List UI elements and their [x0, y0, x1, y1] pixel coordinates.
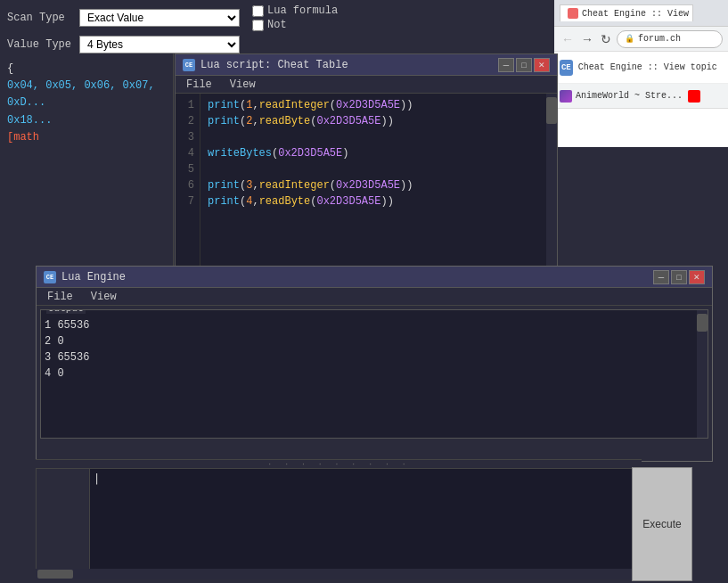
code-line-5: [208, 161, 539, 177]
value-type-select[interactable]: 4 Bytes: [79, 36, 240, 53]
lua-script-titlebar: CE Lua script: Cheat Table ─ □ ✕: [176, 54, 557, 76]
lua-script-window: CE Lua script: Cheat Table ─ □ ✕ File Vi…: [175, 53, 558, 276]
youtube-icon: [688, 90, 700, 103]
lua-engine-icon: CE: [44, 271, 56, 283]
left-line1: {: [7, 61, 166, 78]
lua-formula-row: Lua formula: [252, 4, 338, 17]
youtube-bookmark[interactable]: [688, 90, 700, 103]
lua-formula-label: Lua formula: [267, 4, 338, 17]
animeworld-icon: [560, 90, 572, 103]
lua-engine-close-btn[interactable]: ✕: [689, 270, 705, 284]
browser-tab-bar: Cheat Engine :: View topic - S...: [554, 0, 728, 27]
browser-tab-title: Cheat Engine :: View topic - S...: [582, 9, 693, 19]
browser-nav-bar: ← → ↻ 🔒 forum.ch: [554, 27, 728, 52]
back-button[interactable]: ←: [560, 33, 576, 45]
lua-engine-min-btn[interactable]: ─: [653, 270, 669, 284]
not-row: Not: [252, 19, 338, 31]
lua-engine-title: Lua Engine: [61, 271, 648, 283]
output-label: Output: [46, 309, 86, 314]
script-input[interactable]: |: [90, 469, 643, 579]
reload-button[interactable]: ↻: [599, 33, 613, 45]
left-panel: { 0x04, 0x05, 0x06, 0x07, 0xD... 0x18...…: [0, 53, 174, 267]
lua-script-title: Lua script: Cheat Table: [200, 59, 493, 71]
code-line-2: print(2,readByte(0x2D3D5A5E)): [208, 113, 539, 129]
divider-area: · · · · · · · · ·: [36, 459, 642, 468]
address-text: forum.ch: [638, 34, 681, 44]
code-content[interactable]: print(1,readInteger(0x2D3D5A5E)) print(2…: [200, 94, 546, 275]
code-line-6: print(3,readInteger(0x2D3D5A5E)): [208, 177, 539, 193]
lua-engine-max-btn[interactable]: □: [671, 270, 687, 284]
output-line-1: 1 65536: [45, 317, 704, 333]
line-numbers: 1 2 3 4 5 6 7: [176, 94, 200, 275]
lua-engine-window: CE Lua Engine ─ □ ✕ File View Output 1 6…: [36, 266, 713, 462]
code-line-7: print(4,readByte(0x2D3D5A5E)): [208, 193, 539, 209]
lua-script-controls: ─ □ ✕: [498, 58, 550, 72]
lua-script-menu-file[interactable]: File: [183, 78, 216, 91]
code-line-3: [208, 129, 539, 145]
code-editor: 1 2 3 4 5 6 7 print(1,readInteger(0x2D3D…: [176, 94, 557, 275]
checkbox-area: Lua formula Not: [252, 4, 338, 31]
bottom-hscrollbar-thumb: [37, 570, 73, 579]
divider-dots: · · · · · · · · ·: [267, 460, 410, 469]
bottom-input-area: |: [36, 468, 655, 579]
lua-script-menu-view[interactable]: View: [226, 78, 259, 91]
bottom-input-row: |: [37, 469, 654, 579]
left-extra: [math: [7, 129, 166, 146]
output-scrollbar-thumb: [697, 314, 708, 332]
browser-page-title: Cheat Engine :: View topic - S...: [578, 62, 723, 72]
lua-formula-checkbox[interactable]: [252, 5, 264, 17]
value-type-label: Value Type: [7, 38, 74, 51]
lua-script-icon: CE: [183, 59, 195, 71]
value-type-row: Value Type 4 Bytes: [7, 36, 545, 53]
lua-script-menubar: File View: [176, 76, 557, 94]
code-line-1: print(1,readInteger(0x2D3D5A5E)): [208, 97, 539, 113]
output-line-3: 3 65536: [45, 349, 704, 365]
ce-tab-icon: [568, 8, 578, 19]
ce-browser-icon: CE: [560, 60, 573, 76]
scan-type-row: Scan Type Exact Value Lua formula Not: [7, 4, 545, 31]
execute-button-label: Execute: [642, 518, 681, 530]
bottom-hscrollbar[interactable]: [36, 569, 655, 579]
output-scrollbar[interactable]: [697, 310, 708, 438]
output-line-2: 2 0: [45, 333, 704, 349]
scan-type-label: Scan Type: [7, 12, 74, 24]
browser-bookmark-bar: AnimeWorld ~ Stre...: [554, 84, 728, 109]
browser-content-header: CE Cheat Engine :: View topic - S...: [554, 52, 728, 84]
lua-engine-menu-file[interactable]: File: [44, 291, 77, 303]
browser-window: Cheat Engine :: View topic - S... ← → ↻ …: [554, 0, 728, 147]
left-line3: 0xD...: [7, 94, 166, 111]
editor-scrollbar-thumb: [546, 97, 557, 124]
not-label: Not: [267, 19, 287, 31]
left-panel-text: { 0x04, 0x05, 0x06, 0x07, 0xD... 0x18...…: [0, 53, 173, 153]
line-gutter: [37, 469, 90, 579]
address-bar[interactable]: 🔒 forum.ch: [617, 30, 723, 48]
lua-script-max-btn[interactable]: □: [516, 58, 532, 72]
lua-engine-menu-view[interactable]: View: [87, 291, 120, 303]
editor-scrollbar[interactable]: [546, 94, 557, 275]
lua-engine-titlebar: CE Lua Engine ─ □ ✕: [37, 267, 712, 288]
lua-script-min-btn[interactable]: ─: [498, 58, 514, 72]
lua-engine-menubar: File View: [37, 288, 712, 306]
forward-button[interactable]: →: [579, 33, 595, 45]
lua-script-close-btn[interactable]: ✕: [534, 58, 550, 72]
output-content: 1 65536 2 0 3 65536 4 0: [41, 310, 708, 385]
scan-area: Scan Type Exact Value Lua formula Not Va…: [0, 0, 552, 53]
browser-tab[interactable]: Cheat Engine :: View topic - S...: [560, 4, 693, 21]
lua-engine-controls: ─ □ ✕: [653, 270, 705, 284]
output-line-4: 4 0: [45, 365, 704, 382]
animeworld-label: AnimeWorld ~ Stre...: [576, 91, 683, 101]
animeworld-bookmark[interactable]: AnimeWorld ~ Stre...: [560, 90, 683, 103]
execute-button[interactable]: Execute: [632, 467, 692, 581]
left-line2: 0x04, 0x05, 0x06, 0x07,: [7, 78, 166, 94]
left-line4: 0x18...: [7, 112, 166, 129]
scan-type-select[interactable]: Exact Value: [79, 9, 240, 27]
not-checkbox[interactable]: [252, 20, 264, 31]
output-panel: Output 1 65536 2 0 3 65536 4 0: [40, 309, 708, 439]
code-line-4: writeBytes(0x2D3D5A5E): [208, 145, 539, 161]
lock-icon: 🔒: [625, 34, 634, 44]
